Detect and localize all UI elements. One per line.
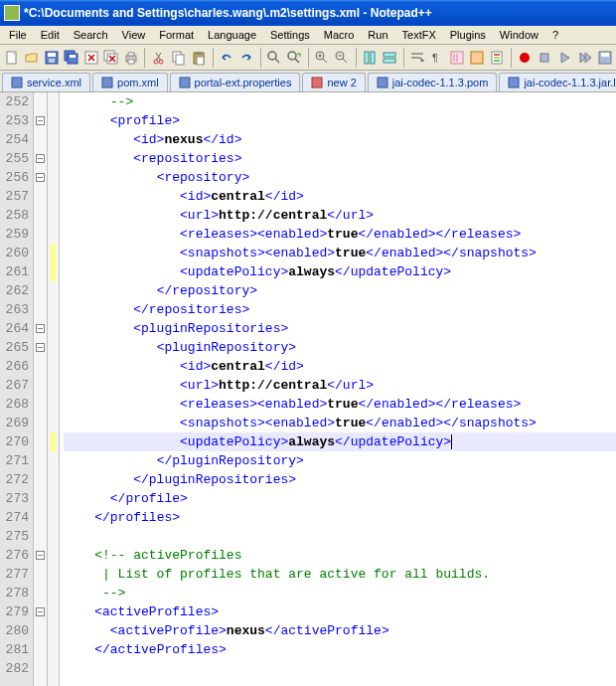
cut-icon[interactable] [149,47,168,68]
fold-toggle-icon[interactable] [36,154,45,163]
code-line[interactable] [64,659,616,678]
code-line[interactable]: <updatePolicy>always</updatePolicy> [64,262,616,281]
fold-toggle-icon[interactable] [36,607,45,616]
code-line[interactable]: <id>central</id> [64,357,616,376]
code-line[interactable]: <snapshots><enabled>true</enabled></snap… [64,414,616,432]
tab[interactable]: jai-codec-1.1.3.pom [368,73,498,91]
code-line[interactable]: <updatePolicy>always</updatePolicy> [64,432,616,451]
menu-window[interactable]: Window [493,27,545,43]
print-icon[interactable] [121,47,140,68]
code-area[interactable]: --> <profile> <id>nexus</id> <repositori… [60,92,616,686]
code-line[interactable]: <activeProfile>nexus</activeProfile> [64,621,616,640]
line-number: 268 [0,395,29,414]
change-mark [51,432,56,451]
code-line[interactable]: <snapshots><enabled>true</enabled></snap… [64,244,616,262]
line-number: 261 [0,262,29,281]
code-line[interactable]: <url>http://central</url> [64,206,616,225]
close-all-icon[interactable] [101,47,120,68]
replace-icon[interactable] [285,47,304,68]
code-line[interactable]: </repositories> [64,300,616,319]
fold-toggle-icon[interactable] [36,551,45,560]
svg-rect-4 [65,51,75,61]
tab[interactable]: service.xml [2,73,90,91]
fold-toggle-icon[interactable] [36,343,45,352]
menu-textfx[interactable]: TextFX [395,27,443,43]
zoom-in-icon[interactable] [313,47,332,68]
sync-v-icon[interactable] [361,47,380,68]
code-line[interactable]: </pluginRepository> [64,451,616,470]
play-multi-icon[interactable] [575,47,594,68]
menu-search[interactable]: Search [67,27,115,43]
menu-settings[interactable]: Settings [263,27,317,43]
code-line[interactable]: --> [64,92,616,111]
menu-view[interactable]: View [115,27,153,43]
menu-[interactable]: ? [545,27,565,43]
sync-h-icon[interactable] [381,47,399,68]
find-icon[interactable] [264,47,283,68]
code-line[interactable]: <releases><enabled>true</enabled></relea… [64,395,616,414]
save-all-icon[interactable] [62,47,80,68]
new-file-icon[interactable] [2,47,21,68]
tab[interactable]: jai-codec-1.1.3.jar.lastUpdated [499,73,616,91]
code-line[interactable]: | List of profiles that are active for a… [64,565,616,584]
menu-plugins[interactable]: Plugins [443,27,493,43]
code-line[interactable]: <id>nexus</id> [64,130,616,149]
fold-toggle-icon[interactable] [36,324,45,333]
tab[interactable]: portal-ext.properties [170,73,301,91]
svg-rect-39 [12,78,22,87]
tab-label: jai-codec-1.1.3.pom [392,77,489,88]
word-wrap-icon[interactable] [408,47,427,68]
close-icon[interactable] [81,47,100,68]
fold-column[interactable] [34,92,48,686]
code-line[interactable] [64,527,616,546]
code-line[interactable]: <!-- activeProfiles [64,546,616,565]
code-line[interactable]: --> [64,584,616,602]
svg-point-13 [154,60,158,64]
code-line[interactable]: <pluginRepositories> [64,319,616,338]
paste-icon[interactable] [189,47,208,68]
code-line[interactable]: <repository> [64,168,616,187]
open-file-icon[interactable] [22,47,41,68]
play-icon[interactable] [555,47,574,68]
code-line[interactable]: <repositories> [64,149,616,168]
code-line[interactable]: </activeProfiles> [64,640,616,659]
user-lang-icon[interactable] [468,47,487,68]
show-all-chars-icon[interactable]: ¶ [428,47,447,68]
toolbar: ¶ [0,45,616,71]
menu-language[interactable]: Language [201,27,263,43]
redo-icon[interactable] [237,47,256,68]
fold-toggle-icon[interactable] [36,116,45,125]
tab[interactable]: pom.xml [92,73,168,91]
record-icon[interactable] [516,47,535,68]
code-line[interactable]: </pluginRepositories> [64,470,616,489]
menu-run[interactable]: Run [361,27,394,43]
line-number: 272 [0,470,29,489]
menu-file[interactable]: File [2,27,34,43]
menu-format[interactable]: Format [152,27,201,43]
code-line[interactable]: <releases><enabled>true</enabled></relea… [64,225,616,244]
line-number: 281 [0,640,29,659]
copy-icon[interactable] [169,47,188,68]
line-number: 269 [0,414,29,432]
menu-edit[interactable]: Edit [34,27,67,43]
code-line[interactable]: <id>central</id> [64,187,616,206]
code-line[interactable]: </repository> [64,281,616,300]
doc-map-icon[interactable] [488,47,507,68]
code-line[interactable]: <pluginRepository> [64,338,616,357]
code-line[interactable]: <activeProfiles> [64,602,616,621]
fold-toggle-icon[interactable] [36,173,45,182]
code-line[interactable]: <url>http://central</url> [64,376,616,395]
save-icon[interactable] [42,47,61,68]
code-line[interactable]: </profile> [64,489,616,508]
stop-icon[interactable] [536,47,554,68]
svg-rect-40 [102,78,112,87]
zoom-out-icon[interactable] [333,47,352,68]
menu-macro[interactable]: Macro [317,27,362,43]
tab[interactable]: new 2 [302,73,365,91]
undo-icon[interactable] [217,47,235,68]
indent-guide-icon[interactable] [448,47,467,68]
code-line[interactable]: <profile> [64,111,616,130]
code-line[interactable]: </profiles> [64,508,616,527]
save-macro-icon[interactable] [595,47,614,68]
editor[interactable]: 2522532542552562572582592602612622632642… [0,92,616,686]
